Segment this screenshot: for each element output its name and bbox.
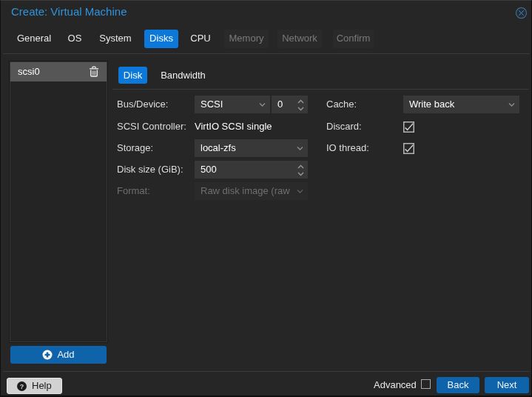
svg-text:?: ? (20, 383, 24, 390)
